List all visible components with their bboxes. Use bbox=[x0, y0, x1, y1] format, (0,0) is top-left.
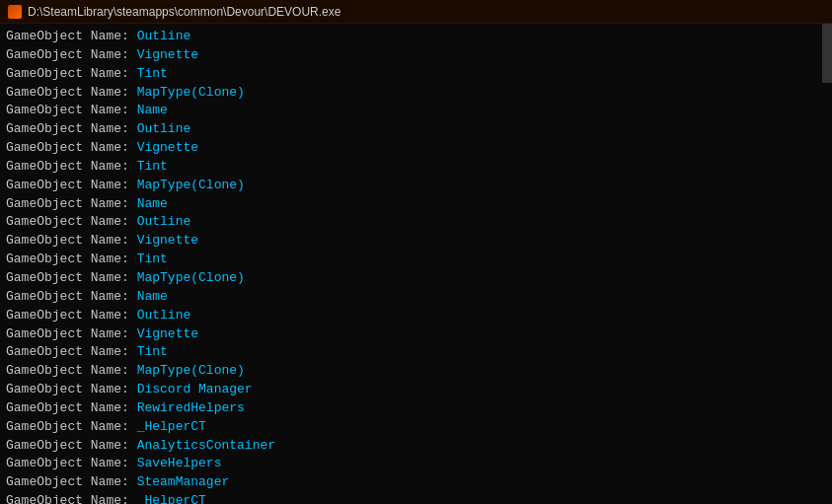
scrollbar-thumb[interactable] bbox=[822, 24, 832, 83]
console-line: GameObject Name: RewiredHelpers bbox=[6, 399, 826, 418]
console-line: GameObject Name: Outline bbox=[6, 120, 826, 139]
console-line: GameObject Name: Name bbox=[6, 288, 826, 307]
console-line: GameObject Name: Vignette bbox=[6, 46, 826, 65]
console-output: GameObject Name: OutlineGameObject Name:… bbox=[0, 24, 832, 504]
console-line: GameObject Name: Tint bbox=[6, 251, 826, 269]
console-line: GameObject Name: SaveHelpers bbox=[6, 455, 826, 473]
console-line: GameObject Name: Tint bbox=[6, 65, 826, 84]
console-line: GameObject Name: Tint bbox=[6, 343, 826, 362]
console-line: GameObject Name: AnalyticsContainer bbox=[6, 437, 826, 456]
console-line: GameObject Name: MapType(Clone) bbox=[6, 84, 826, 103]
console-line: GameObject Name: Name bbox=[6, 195, 826, 214]
console-line: GameObject Name: Outline bbox=[6, 213, 826, 232]
console-line: GameObject Name: Vignette bbox=[6, 325, 826, 344]
console-line: GameObject Name: Outline bbox=[6, 307, 826, 325]
console-line: GameObject Name: Tint bbox=[6, 158, 826, 177]
console-line: GameObject Name: MapType(Clone) bbox=[6, 269, 826, 288]
console-line: GameObject Name: Outline bbox=[6, 28, 826, 46]
console-line: GameObject Name: Discord Manager bbox=[6, 381, 826, 399]
console-line: GameObject Name: MapType(Clone) bbox=[6, 177, 826, 195]
title-bar: D:\SteamLibrary\steamapps\common\Devour\… bbox=[0, 0, 832, 24]
console-line: GameObject Name: Vignette bbox=[6, 139, 826, 158]
console-line: GameObject Name: Vignette bbox=[6, 232, 826, 251]
console-line: GameObject Name: MapType(Clone) bbox=[6, 362, 826, 381]
console-line: GameObject Name: SteamManager bbox=[6, 473, 826, 492]
title-text: D:\SteamLibrary\steamapps\common\Devour\… bbox=[28, 5, 340, 19]
app-icon bbox=[8, 5, 22, 19]
console-line: GameObject Name: Name bbox=[6, 102, 826, 120]
console-line: GameObject Name: _HelperCT bbox=[6, 418, 826, 437]
console-line: GameObject Name: _HelperCT bbox=[6, 492, 826, 504]
